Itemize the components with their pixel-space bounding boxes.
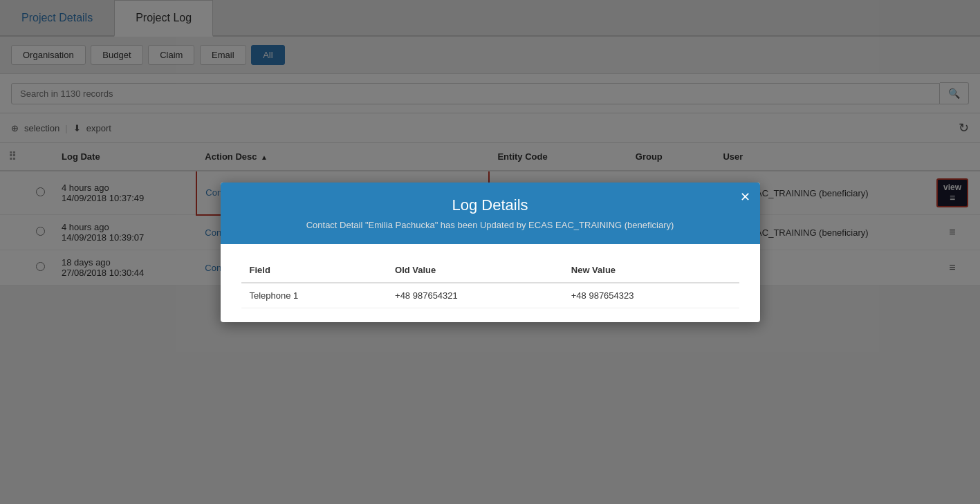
modal-title: Log Details (241, 196, 739, 214)
modal-body: Field Old Value New Value Telephone 1 +4… (221, 244, 760, 286)
modal-col-new-value: New Value (563, 258, 739, 283)
modal-col-old-value: Old Value (387, 258, 563, 283)
modal-col-field: Field (241, 258, 387, 283)
modal-header: ✕ Log Details Contact Detail "Emilia Pac… (221, 183, 760, 244)
modal: ✕ Log Details Contact Detail "Emilia Pac… (221, 183, 760, 286)
modal-table-row: Telephone 1 +48 987654321 +48 987654323 (241, 283, 739, 286)
modal-new-value: +48 987654323 (563, 283, 739, 286)
modal-old-value: +48 987654321 (387, 283, 563, 286)
modal-close-button[interactable]: ✕ (740, 189, 750, 205)
modal-overlay[interactable]: ✕ Log Details Contact Detail "Emilia Pac… (0, 0, 980, 286)
modal-subtitle: Contact Detail "Emilia Pachucka" has bee… (241, 220, 739, 230)
modal-field: Telephone 1 (241, 283, 387, 286)
